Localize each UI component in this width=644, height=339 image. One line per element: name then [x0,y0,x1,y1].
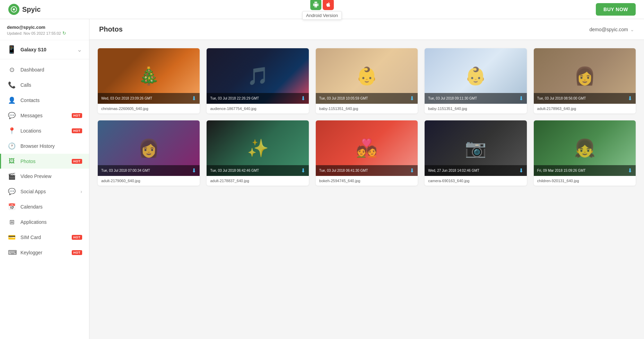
photo-figure: 👶 [356,66,377,86]
svg-point-1 [13,8,15,10]
photo-item: 🎵Tue, 03 Jul 2018 22:26:29 GMT⬇audience-… [207,48,308,113]
download-icon[interactable]: ⬇ [410,95,414,102]
messages-icon: 💬 [8,112,16,119]
download-icon[interactable]: ⬇ [301,95,305,102]
device-row[interactable]: 📱 Galaxy S10 ⌄ [0,40,89,59]
photo-date: Tue, 03 Jul 2018 06:42:46 GMT [210,169,259,172]
logo-text: Spyic [22,6,41,14]
photo-overlay: Tue, 03 Jul 2018 06:42:46 GMT⬇ [207,165,308,176]
sidebar-item-locations[interactable]: 📍LocationsHOT [0,123,89,138]
refresh-icon[interactable]: ↻ [62,31,66,36]
download-icon[interactable]: ⬇ [628,95,632,102]
account-selector[interactable]: demo@spyic.com ⌄ [590,27,634,32]
photo-filename: bokeh-2594745_640.jpg [316,176,418,186]
applications-icon: ⊞ [8,218,16,226]
photo-overlay: Fri, 09 Mar 2018 15:09:26 GMT⬇ [534,165,636,176]
messages-label: Messages [20,113,67,118]
photo-filename: baby-1151351_640.jpg [316,104,418,113]
sidebar-item-applications[interactable]: ⊞Applications [0,214,89,230]
photo-filename: camera-690163_640.jpg [425,176,526,186]
photo-figure: 👶 [465,66,486,86]
sidebar-item-calendars[interactable]: 📅Calendars [0,199,89,214]
main-layout: demo@spyic.com Updated: Nov 05 2022 17:5… [0,19,644,339]
calls-icon: 📞 [8,81,16,89]
calendars-label: Calendars [20,204,82,210]
download-icon[interactable]: ⬇ [519,167,523,174]
photo-figure: 💑 [356,138,377,158]
photo-figure: 🎵 [247,66,269,86]
photo-thumbnail: 🎵Tue, 03 Jul 2018 22:26:29 GMT⬇ [207,48,308,104]
photo-date: Tue, 03 Jul 2018 09:11:30 GMT [428,96,477,100]
sidebar-item-photos[interactable]: 🖼PhotosHOT [0,154,89,169]
messages-hot-badge: HOT [72,113,82,118]
sim-card-hot-badge: HOT [72,235,82,240]
photo-figure: 🎄 [138,66,159,86]
photo-filename: baby-1151351_640.jpg [425,104,526,113]
locations-hot-badge: HOT [72,128,82,133]
photo-figure: 👧 [574,138,595,158]
keylogger-label: Keylogger [20,250,67,255]
photo-filename: children-920131_640.jpg [534,176,636,186]
photo-date: Tue, 03 Jul 2018 08:56:00 GMT [537,96,586,100]
photos-hot-badge: HOT [72,159,82,164]
download-icon[interactable]: ⬇ [192,95,196,102]
sidebar-item-keylogger[interactable]: ⌨KeyloggerHOT [0,245,89,260]
calls-label: Calls [20,82,82,88]
video-preview-icon: 🎬 [8,172,16,180]
sidebar-item-messages[interactable]: 💬MessagesHOT [0,108,89,123]
photo-overlay: Tue, 03 Jul 2018 06:41:30 GMT⬇ [316,165,418,176]
photo-thumbnail: 👧Fri, 09 Mar 2018 15:09:26 GMT⬇ [534,120,636,176]
content-header: Photos demo@spyic.com ⌄ [89,19,644,40]
logo-area: Spyic [8,4,41,15]
sidebar-updated: Updated: Nov 05 2022 17:55:02 ↻ [7,31,82,36]
sidebar-item-browser-history[interactable]: 🕐Browser History [0,138,89,154]
photo-date: Tue, 03 Jul 2018 22:26:29 GMT [210,96,259,100]
topbar: Spyic Android Version BUY NOW [0,0,644,19]
photo-item: 👩Tue, 03 Jul 2018 07:00:34 GMT⬇adult-217… [98,120,200,186]
photo-item: 👩Tue, 03 Jul 2018 08:56:00 GMT⬇adult-217… [534,48,636,113]
sidebar-item-sim-card[interactable]: 💳SIM CardHOT [0,230,89,245]
photos-label: Photos [20,159,67,164]
sidebar-item-calls[interactable]: 📞Calls [0,77,89,93]
sim-card-icon: 💳 [8,234,16,241]
download-icon[interactable]: ⬇ [519,95,523,102]
sim-card-label: SIM Card [20,235,67,240]
photo-thumbnail: 👶Tue, 03 Jul 2018 10:05:59 GMT⬇ [316,48,418,104]
photo-overlay: Tue, 03 Jul 2018 09:11:30 GMT⬇ [425,93,526,104]
sidebar-item-dashboard[interactable]: ⊙Dashboard [0,62,89,77]
download-icon[interactable]: ⬇ [301,167,305,174]
sidebar-item-social-apps[interactable]: 💬Social Apps› [0,184,89,199]
account-chevron-icon: ⌄ [630,27,634,32]
photos-icon: 🖼 [8,158,16,165]
browser-history-icon: 🕐 [8,142,16,150]
photo-overlay: Tue, 03 Jul 2018 10:05:59 GMT⬇ [316,93,418,104]
photos-grid: 🎄Wed, 03 Oct 2018 23:09:26 GMT⬇christmas… [89,40,644,194]
sidebar-item-video-preview[interactable]: 🎬Video Preview [0,169,89,184]
photo-filename: adult-2179060_640.jpg [98,176,200,186]
photo-item: 🎄Wed, 03 Oct 2018 23:09:26 GMT⬇christmas… [98,48,200,113]
keylogger-hot-badge: HOT [72,250,82,255]
photo-filename: adult-2178963_640.jpg [534,104,636,113]
browser-history-label: Browser History [20,143,82,149]
social-apps-label: Social Apps [20,189,76,194]
keylogger-icon: ⌨ [8,249,16,256]
photo-filename: audience-1867754_640.jpg [207,104,308,113]
photo-item: 💑Tue, 03 Jul 2018 06:41:30 GMT⬇bokeh-259… [316,120,418,186]
buy-now-button[interactable]: BUY NOW [596,3,636,16]
download-icon[interactable]: ⬇ [628,167,632,174]
applications-label: Applications [20,219,82,225]
sidebar-item-contacts[interactable]: 👤Contacts [0,93,89,108]
video-preview-label: Video Preview [20,173,82,179]
download-icon[interactable]: ⬇ [410,167,414,174]
contacts-icon: 👤 [8,96,16,104]
photo-filename: christmas-2260605_640.jpg [98,104,200,113]
content-area: Photos demo@spyic.com ⌄ 🎄Wed, 03 Oct 201… [89,19,644,339]
android-icon[interactable] [310,0,321,10]
photo-thumbnail: 💑Tue, 03 Jul 2018 06:41:30 GMT⬇ [316,120,418,176]
ios-icon[interactable] [323,0,334,10]
logo-icon [8,4,19,15]
photo-overlay: Tue, 03 Jul 2018 08:56:00 GMT⬇ [534,93,636,104]
photo-figure: ✨ [247,138,269,158]
nav-section: ⊙Dashboard📞Calls👤Contacts💬MessagesHOT📍Lo… [0,59,89,263]
download-icon[interactable]: ⬇ [192,167,196,174]
